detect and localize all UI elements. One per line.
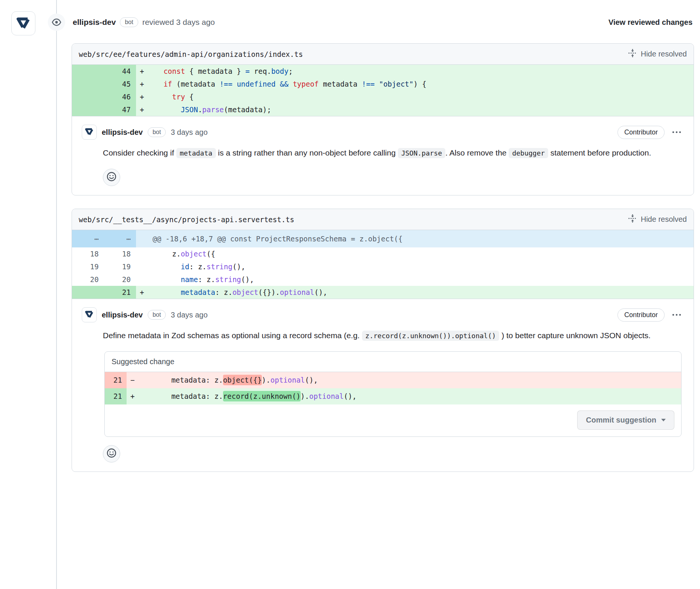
diff-sign: + [136,78,148,90]
view-reviewed-changes-link[interactable]: View reviewed changes [608,18,692,27]
code-line: z.object({ [148,247,694,260]
diff-line: 44+ const { metadata } = req.body; [72,65,694,78]
review-comment: ellipsis-dev bot 3 days ago Contributor … [72,299,694,472]
bot-badge: bot [120,17,138,27]
code-line: const { metadata } = req.body; [148,65,694,78]
comment-author[interactable]: ellipsis-dev [102,128,143,137]
comment-author[interactable]: ellipsis-dev [102,311,143,319]
fold-icon [628,214,637,225]
line-number[interactable] [72,90,104,103]
inline-code: debugger [509,148,548,158]
suggestion-footer: Commit suggestion [105,404,681,436]
diff-block: ⋯⋯@@ -18,6 +18,7 @@ const ProjectRespons… [72,230,694,299]
line-number[interactable]: 20 [104,273,136,286]
line-number[interactable]: 21 [104,286,136,299]
line-number[interactable]: 20 [72,273,104,286]
code-line: if (metadata !== undefined && typeof met… [148,78,694,90]
line-number[interactable] [72,286,104,299]
line-number[interactable]: 18 [72,247,104,260]
line-number[interactable]: 18 [104,247,136,260]
comment-timestamp[interactable]: 3 days ago [171,311,208,319]
review-thread-card: web/src/ee/features/admin-api/organizati… [72,43,694,195]
comment-avatar[interactable] [82,125,97,140]
kebab-menu-icon[interactable] [669,313,684,317]
eye-icon [48,14,65,31]
review-action-text: reviewed 3 days ago [142,18,215,27]
suggested-change-block: Suggested change 21− metadata: z.object(… [104,351,682,437]
pr-review-timeline: { "header": { "author": "ellipsis-dev", … [0,0,700,589]
file-path-link[interactable]: web/src/__tests__/async/projects-api.ser… [79,215,294,224]
code-line: name: z.string(), [148,273,694,286]
comment-header: ellipsis-dev bot 3 days ago Contributor [82,307,684,322]
diff-sign: − [127,372,139,388]
ellipsis-logo-icon [15,15,31,32]
comment-header: ellipsis-dev bot 3 days ago Contributor [82,125,684,140]
line-number[interactable]: 19 [72,260,104,273]
ellipsis-logo-icon [84,127,94,138]
comment-avatar[interactable] [82,307,97,322]
suggested-change-title: Suggested change [105,352,681,372]
line-number[interactable]: ⋯ [72,230,104,247]
diff-sign [136,247,148,260]
file-path-link[interactable]: web/src/ee/features/admin-api/organizati… [79,50,303,58]
diff-sign: + [127,388,139,404]
diff-line: 21− metadata: z.object({}).optional(), [105,372,681,388]
diff-line: 21+ metadata: z.record(z.unknown()).opti… [105,388,681,404]
diff-line: 47+ JSON.parse(metadata); [72,103,694,116]
code-line: metadata: z.object({}).optional(), [148,286,694,299]
hide-resolved-label: Hide resolved [641,50,687,58]
diff-sign: + [136,103,148,116]
diff-block: 44+ const { metadata } = req.body;45+ if… [72,65,694,116]
code-line: try { [148,90,694,103]
line-number[interactable] [72,65,104,78]
smiley-icon [106,448,117,460]
add-reaction-button[interactable] [103,445,120,462]
kebab-menu-icon[interactable] [669,130,684,134]
reviewer-avatar[interactable] [11,11,35,35]
timeline-line [56,0,57,589]
code-line: JSON.parse(metadata); [148,103,694,116]
inline-code: JSON.parse [398,148,445,158]
diff-sign [136,273,148,286]
contributor-badge: Contributor [617,308,665,322]
smiley-icon [106,171,117,183]
line-number[interactable]: 47 [104,103,136,116]
line-number[interactable] [72,103,104,116]
code-line: id: z.string(), [148,260,694,273]
line-number[interactable]: 21 [105,372,127,388]
file-header: web/src/__tests__/async/projects-api.ser… [72,209,694,230]
comment-body: Consider checking if metadata is a strin… [103,146,684,160]
comment-body: Define metadata in Zod schemas as option… [103,328,684,343]
line-number[interactable]: 19 [104,260,136,273]
comment-timestamp[interactable]: 3 days ago [171,128,208,137]
line-number[interactable]: 21 [105,388,127,404]
bot-badge: bot [148,127,166,137]
diff-sign: + [136,286,148,299]
hide-resolved-button[interactable]: Hide resolved [628,49,687,60]
diff-line: 1919 id: z.string(), [72,260,694,273]
bot-badge: bot [148,310,166,320]
reviewer-name[interactable]: ellipsis-dev [73,18,116,27]
diff-line: 46+ try { [72,90,694,103]
line-number[interactable] [72,78,104,90]
line-number[interactable]: 46 [104,90,136,103]
file-header: web/src/ee/features/admin-api/organizati… [72,44,694,65]
inline-code: z.record(z.unknown()).optional() [362,331,500,341]
diff-line: ⋯⋯@@ -18,6 +18,7 @@ const ProjectRespons… [72,230,694,247]
fold-icon [628,49,637,60]
line-number[interactable]: 45 [104,78,136,90]
contributor-badge: Contributor [617,126,665,139]
diff-line: 2020 name: z.string(), [72,273,694,286]
chevron-down-icon [661,419,666,421]
line-number[interactable]: ⋯ [104,230,136,247]
add-reaction-button[interactable] [103,169,120,186]
diff-sign [136,260,148,273]
suggestion-diff: 21− metadata: z.object({}).optional(),21… [105,372,681,404]
commit-suggestion-button[interactable]: Commit suggestion [577,410,674,430]
ellipsis-logo-icon [84,309,94,320]
line-number[interactable]: 44 [104,65,136,78]
diff-line: 1818 z.object({ [72,247,694,260]
review-event-header: ellipsis-dev bot reviewed 3 days ago Vie… [73,17,692,27]
hide-resolved-label: Hide resolved [641,215,687,224]
hide-resolved-button[interactable]: Hide resolved [628,214,687,225]
